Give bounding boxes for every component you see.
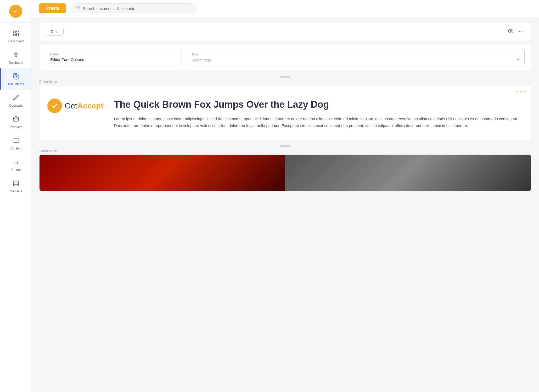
sidebar-item-products[interactable]: Products xyxy=(0,111,31,132)
chevron-down-icon[interactable] xyxy=(516,57,520,62)
svg-rect-1 xyxy=(16,31,19,32)
create-button[interactable]: Create xyxy=(39,3,66,13)
logo-icon: ✓ xyxy=(9,5,22,18)
svg-rect-11 xyxy=(13,181,19,186)
sidebar-item-documents[interactable]: Documents xyxy=(0,68,31,90)
topbar: Create xyxy=(31,0,539,17)
app-logo[interactable]: ✓ xyxy=(0,0,31,23)
sidebar-item-reports[interactable]: Reports xyxy=(0,154,31,175)
sidebar-nav: Dashboard Dealboard Docum xyxy=(0,23,31,197)
sidebar-item-content[interactable]: Content xyxy=(0,132,31,154)
draft-badge[interactable]: Draft xyxy=(46,28,64,36)
content-area: Draft ⋯ Name Editor Font Options Tags xyxy=(31,17,539,392)
editor-text-area: The Quick Brown Fox Jumps Over the Lazy … xyxy=(114,99,523,129)
video-top-divider xyxy=(39,145,531,147)
main-wrapper: Create Draft ⋯ xyxy=(31,0,539,392)
sidebar-item-products-label: Products xyxy=(10,125,22,129)
sidebar-item-reports-label: Reports xyxy=(10,168,21,172)
editor-top-divider xyxy=(39,76,531,78)
editor-heading: The Quick Brown Fox Jumps Over the Lazy … xyxy=(114,99,523,110)
video-placeholder-left xyxy=(40,155,285,191)
search-input[interactable] xyxy=(83,6,192,11)
editor-block-label: Editor block xyxy=(39,80,531,84)
sidebar-item-contacts[interactable]: Contacts xyxy=(0,175,31,197)
sidebar-item-dealboard[interactable]: Dealboard xyxy=(0,47,31,68)
sidebar-item-contracts[interactable]: Contracts xyxy=(0,90,31,111)
name-label: Name xyxy=(50,53,177,56)
logo-accept-text: Accept xyxy=(77,101,103,110)
more-options-icon[interactable]: ⋯ xyxy=(518,28,525,35)
divider-pill xyxy=(280,76,290,78)
editor-logo-area: GetAccept xyxy=(47,99,103,113)
sidebar: ✓ Dashboard Dealboa xyxy=(0,0,31,392)
sidebar-item-dashboard[interactable]: Dashboard xyxy=(0,25,31,47)
preview-icon[interactable] xyxy=(508,28,514,35)
svg-point-14 xyxy=(510,30,512,32)
editor-block: • • • GetAccept xyxy=(39,85,531,140)
tags-placeholder[interactable]: Select tags xyxy=(192,58,211,62)
getaccept-logo: GetAccept xyxy=(47,99,103,113)
svg-rect-0 xyxy=(13,31,15,33)
contracts-icon xyxy=(13,94,19,102)
logo-get-text: GetAccept xyxy=(65,101,103,110)
doc-fields-card: Name Editor Font Options Tags Select tag… xyxy=(39,44,531,71)
svg-point-10 xyxy=(15,181,17,183)
sidebar-item-content-label: Content xyxy=(10,147,21,150)
tags-row: Select tags xyxy=(192,57,520,62)
sidebar-item-contracts-label: Contracts xyxy=(9,104,23,107)
content-icon xyxy=(13,137,19,145)
video-block-section: Video block xyxy=(39,145,531,191)
doc-header-actions: ⋯ xyxy=(508,28,525,35)
svg-line-13 xyxy=(79,9,80,9)
reports-icon xyxy=(13,159,19,166)
video-divider-pill xyxy=(280,145,290,147)
search-icon xyxy=(76,6,80,11)
logo-check-icon xyxy=(47,99,62,113)
video-block-label: Video block xyxy=(39,149,531,153)
sidebar-item-dealboard-label: Dealboard xyxy=(9,61,23,65)
sidebar-item-contacts-label: Contacts xyxy=(10,189,22,193)
svg-rect-3 xyxy=(13,34,15,36)
tags-field-group: Tags Select tags xyxy=(187,50,525,65)
sidebar-item-documents-label: Documents xyxy=(8,82,24,86)
name-field-group: Name Editor Font Options xyxy=(46,50,182,65)
tags-label: Tags xyxy=(192,53,520,56)
editor-body-text: Lorem ipsum dolor sit amet, consectetur … xyxy=(114,116,523,129)
video-block xyxy=(39,154,531,191)
video-placeholder-right xyxy=(285,155,531,191)
search-bar[interactable] xyxy=(71,3,197,13)
contacts-icon xyxy=(13,180,19,188)
dealboard-icon xyxy=(13,51,19,59)
name-value[interactable]: Editor Font Options xyxy=(50,57,177,62)
editor-content: GetAccept The Quick Brown Fox Jumps Over… xyxy=(47,99,523,129)
editor-block-section: Editor block • • • GetAccept xyxy=(39,76,531,140)
block-more-icon[interactable]: • • • xyxy=(516,89,526,95)
dashboard-icon xyxy=(13,30,19,38)
svg-point-12 xyxy=(77,6,80,9)
sidebar-item-dashboard-label: Dashboard xyxy=(8,39,24,43)
products-icon xyxy=(13,116,19,124)
doc-status-bar: Draft ⋯ xyxy=(39,22,531,41)
svg-rect-2 xyxy=(16,33,19,36)
documents-icon xyxy=(13,73,19,81)
